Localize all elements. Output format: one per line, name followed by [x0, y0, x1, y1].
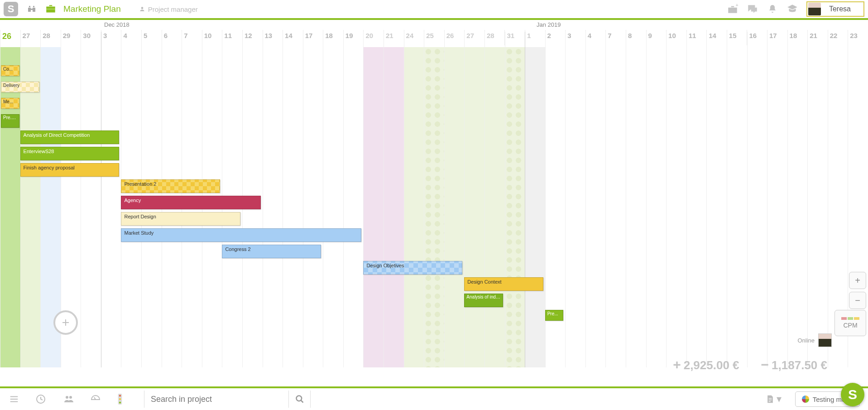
task-bar[interactable]: Design Objetives	[363, 261, 462, 275]
column-bg	[0, 47, 20, 367]
task-bar[interactable]: Pre...	[545, 310, 564, 321]
task-bar[interactable]: Agency	[121, 196, 260, 209]
document-menu[interactable]: ▾	[766, 393, 782, 405]
svg-text:+: +	[735, 3, 738, 8]
cpm-bars-icon	[841, 317, 859, 320]
day-10[interactable]: 10	[666, 30, 686, 45]
zoom-out-button[interactable]: −	[849, 292, 866, 309]
day-14[interactable]: 14	[706, 30, 727, 45]
day-4[interactable]: 4	[121, 30, 141, 45]
day-17[interactable]: 17	[767, 30, 787, 45]
day-11[interactable]: 11	[222, 30, 242, 45]
task-bar[interactable]: Pre... for the	[1, 114, 19, 128]
day-8[interactable]: 8	[626, 30, 646, 45]
day-25[interactable]: 25	[424, 30, 444, 45]
task-bar[interactable]: Report Design	[121, 212, 240, 226]
task-bar[interactable]: Congress 2	[222, 245, 321, 258]
user-menu[interactable]: Teresa	[806, 1, 864, 17]
task-bar[interactable]: Co...	[1, 65, 19, 76]
day-4[interactable]: 4	[585, 30, 606, 45]
day-5[interactable]: 5	[141, 30, 162, 45]
graduation-icon[interactable]	[785, 1, 800, 17]
fab-button[interactable]: S	[841, 383, 864, 406]
day-29[interactable]: 29	[61, 30, 81, 45]
column-bg	[505, 47, 525, 367]
totals: +2,925.00 € −1,187.50 €	[673, 357, 827, 372]
total-negative: −1,187.50 €	[761, 357, 827, 372]
day-31[interactable]: 31	[504, 30, 525, 45]
task-bar[interactable]: Presentation 2	[121, 179, 220, 193]
timeline-header: Dec 2018 Jan 2019 2627282930345671011121…	[0, 20, 868, 45]
day-21[interactable]: 21	[807, 30, 828, 45]
day-13[interactable]: 13	[263, 30, 283, 45]
day-26[interactable]: 26	[0, 30, 20, 45]
day-14[interactable]: 14	[283, 30, 303, 45]
svg-point-1	[141, 7, 143, 9]
column-bg	[484, 47, 505, 367]
task-bar[interactable]: Market Study	[121, 228, 361, 242]
day-17[interactable]: 17	[303, 30, 323, 45]
day-3[interactable]: 3	[101, 30, 121, 45]
day-row[interactable]: 2627282930345671011121314171819202124252…	[0, 30, 868, 45]
day-20[interactable]: 20	[363, 30, 384, 45]
day-21[interactable]: 21	[384, 30, 404, 45]
day-27[interactable]: 27	[464, 30, 484, 45]
task-bar[interactable]: Analysis of indirect competition	[464, 294, 503, 307]
day-24[interactable]: 24	[404, 30, 424, 45]
team-icon[interactable]	[62, 394, 76, 405]
dashboard-icon[interactable]	[90, 394, 103, 405]
add-briefcase-icon[interactable]: +	[725, 1, 740, 17]
svg-rect-0	[46, 9, 55, 10]
app-logo-icon[interactable]: S	[4, 2, 18, 16]
clock-icon[interactable]	[35, 394, 49, 405]
project-manager-label[interactable]: Project manager	[139, 5, 198, 13]
day-7[interactable]: 7	[605, 30, 626, 45]
column-bg	[424, 47, 444, 367]
task-bar[interactable]: Delivery	[1, 82, 39, 92]
traffic-light-icon[interactable]	[117, 393, 130, 405]
project-title[interactable]: Marketing Plan	[63, 4, 121, 14]
day-1[interactable]: 1	[525, 30, 545, 45]
day-22[interactable]: 22	[828, 30, 848, 45]
binoculars-icon[interactable]	[25, 3, 38, 15]
task-bar[interactable]: EnterviewS28	[20, 147, 120, 160]
day-6[interactable]: 6	[162, 30, 182, 45]
day-10[interactable]: 10	[202, 30, 222, 45]
avatar[interactable]	[818, 333, 832, 347]
day-30[interactable]: 30	[81, 30, 101, 45]
bottom-bar: ▾ Testing mode	[0, 386, 868, 410]
day-2[interactable]: 2	[545, 30, 566, 45]
svg-point-9	[119, 401, 121, 403]
online-indicator: Online	[797, 333, 832, 347]
day-3[interactable]: 3	[565, 30, 585, 45]
day-28[interactable]: 28	[40, 30, 61, 45]
day-15[interactable]: 15	[727, 30, 747, 45]
day-12[interactable]: 12	[242, 30, 263, 45]
day-23[interactable]: 23	[848, 30, 868, 45]
task-bar[interactable]: Design Context	[464, 277, 543, 291]
day-18[interactable]: 18	[323, 30, 343, 45]
svg-point-10	[296, 396, 302, 401]
add-task-button[interactable]	[53, 310, 78, 335]
day-19[interactable]: 19	[343, 30, 364, 45]
bell-icon[interactable]	[765, 1, 780, 17]
day-16[interactable]: 16	[747, 30, 767, 45]
day-7[interactable]: 7	[182, 30, 202, 45]
cpm-toggle[interactable]: CPM	[834, 310, 866, 336]
avatar	[808, 3, 821, 15]
day-27[interactable]: 27	[20, 30, 41, 45]
day-11[interactable]: 11	[686, 30, 707, 45]
briefcase-icon[interactable]	[44, 3, 57, 15]
zoom-in-button[interactable]: +	[849, 272, 866, 289]
search-button[interactable]	[289, 391, 311, 408]
task-bar[interactable]: Analysis of Direct Competition	[20, 130, 120, 144]
chat-icon[interactable]	[745, 1, 760, 17]
list-view-icon[interactable]	[8, 394, 22, 404]
task-bar[interactable]: Finish agency proposal	[20, 163, 120, 177]
task-bar[interactable]: Me...	[1, 98, 19, 109]
day-18[interactable]: 18	[787, 30, 808, 45]
day-9[interactable]: 9	[646, 30, 667, 45]
day-28[interactable]: 28	[484, 30, 505, 45]
day-26[interactable]: 26	[444, 30, 465, 45]
search-input[interactable]	[144, 391, 289, 408]
